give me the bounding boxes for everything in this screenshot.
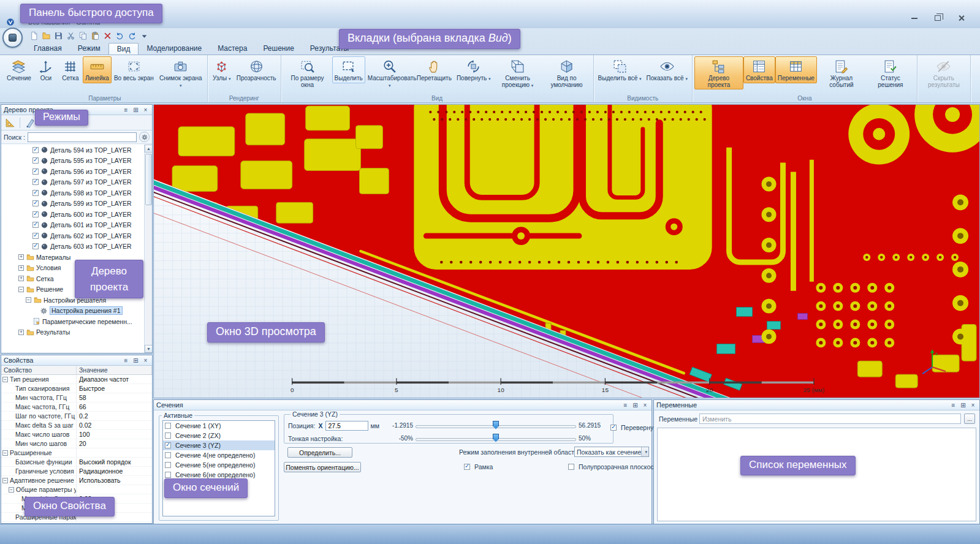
tree-item[interactable]: Деталь 601 из TOP_LAYER	[1, 220, 144, 231]
visibility-checkbox[interactable]	[32, 233, 39, 239]
customize-dropdown-button[interactable]	[139, 30, 150, 41]
default-view-button[interactable]: Вид по умолчанию	[542, 56, 591, 89]
change-projection-button[interactable]: Сменить проекцию ▾	[493, 56, 542, 90]
property-row[interactable]: −Общие параметры у...	[1, 485, 152, 494]
nodes-button[interactable]: Узлы ▾	[210, 56, 234, 84]
search-settings-button[interactable]	[139, 132, 150, 142]
event-log-button[interactable]: Журнал событий	[817, 56, 866, 89]
ruler-button[interactable]: Линейка	[83, 56, 112, 83]
visibility-checkbox[interactable]	[32, 200, 39, 206]
tree-item[interactable]: Деталь 598 из TOP_LAYER	[1, 187, 144, 198]
tree-item[interactable]: +Результаты	[1, 327, 144, 338]
scroll-up-icon[interactable]: ▲	[145, 145, 152, 153]
open-file-button[interactable]	[40, 30, 51, 41]
expander-icon[interactable]: −	[26, 297, 31, 303]
property-row[interactable]: Тип сканированияБыстрое	[1, 384, 152, 393]
expander-icon[interactable]: −	[9, 487, 14, 493]
new-file-button[interactable]	[28, 30, 39, 41]
section-checkbox[interactable]	[165, 472, 171, 478]
variables-button[interactable]: Переменные	[775, 56, 817, 83]
property-row[interactable]: −Адаптивное решениеИспользовать	[1, 476, 152, 485]
frame-checkbox[interactable]: Рамка	[464, 463, 493, 470]
panel-float-icon[interactable]: ⊞	[132, 107, 140, 113]
visibility-checkbox[interactable]	[32, 179, 39, 185]
property-row[interactable]: Мин число шагов20	[1, 439, 152, 448]
grid-button[interactable]: Сетка	[58, 56, 83, 83]
tree-item[interactable]: Деталь 600 из TOP_LAYER	[1, 209, 144, 220]
position-slider-thumb[interactable]	[493, 421, 499, 429]
section-checkbox[interactable]	[165, 433, 171, 439]
fit-window-button[interactable]: По размеру окна	[283, 56, 332, 89]
section-button[interactable]: Сечение	[4, 56, 34, 83]
search-input[interactable]	[28, 132, 137, 142]
select-all-button[interactable]: Выделить всё ▾	[596, 56, 644, 84]
application-menu-button[interactable]	[2, 28, 23, 48]
panel-close-icon[interactable]: ×	[641, 402, 649, 409]
restore-button[interactable]	[927, 11, 948, 25]
change-orientation-button[interactable]: Поменять ориентацию...	[284, 462, 361, 472]
expander-icon[interactable]: +	[18, 330, 24, 335]
panel-menu-icon[interactable]: ≡	[122, 357, 130, 364]
pan-button[interactable]: Перетащить	[414, 56, 454, 83]
cut-button[interactable]	[65, 30, 76, 41]
visibility-checkbox[interactable]	[32, 168, 39, 175]
show-all-button[interactable]: Показать всё ▾	[644, 56, 690, 84]
transparency-button[interactable]: Прозрачность	[234, 56, 279, 83]
panel-float-icon[interactable]: ⊞	[959, 402, 967, 409]
visibility-checkbox[interactable]	[32, 243, 39, 249]
expander-icon[interactable]: +	[18, 276, 24, 281]
position-input[interactable]	[325, 421, 368, 431]
undo-button[interactable]	[114, 30, 125, 41]
panel-close-icon[interactable]: ×	[142, 107, 150, 113]
select-button[interactable]: Выделить	[332, 56, 365, 83]
fine-tune-slider-thumb[interactable]	[493, 434, 499, 442]
translucent-checkbox[interactable]: Полупрозрачная плоскость	[568, 463, 660, 470]
section-checkbox[interactable]	[165, 423, 171, 429]
tab-Главная[interactable]: Главная	[26, 43, 70, 55]
expander-icon[interactable]: +	[18, 265, 24, 271]
properties-button[interactable]: Свойства	[743, 56, 775, 83]
visibility-checkbox[interactable]	[32, 147, 39, 153]
visibility-checkbox[interactable]	[32, 222, 39, 228]
zoom-button[interactable]: Масштабировать ▾	[365, 56, 414, 90]
expander-icon[interactable]: −	[18, 287, 24, 292]
minimize-button[interactable]	[904, 11, 925, 25]
tree-item[interactable]: Деталь 602 из TOP_LAYER	[1, 230, 144, 241]
visibility-checkbox[interactable]	[32, 211, 39, 217]
panel-menu-icon[interactable]: ≡	[621, 402, 629, 409]
visibility-checkbox[interactable]	[32, 157, 39, 164]
property-row[interactable]: −Расширенные	[1, 448, 152, 458]
fullscreen-button[interactable]: Во весь экран	[112, 56, 156, 83]
screenshot-button[interactable]: Снимок экрана ▾	[156, 56, 205, 90]
tree-item[interactable]: Деталь 596 из TOP_LAYER	[1, 166, 144, 177]
tab-Моделирование[interactable]: Моделирование	[139, 43, 210, 55]
property-row[interactable]: Шаг по частоте, ГГц0.2	[1, 412, 152, 421]
section-item[interactable]: Сечение 4(не определено)	[163, 450, 275, 460]
redo-button[interactable]	[126, 30, 137, 41]
rotate-button[interactable]: Повернуть ▾	[454, 56, 493, 84]
variables-edit-combo[interactable]: Изменить	[699, 414, 961, 424]
tree-item[interactable]: Деталь 595 из TOP_LAYER	[1, 156, 144, 167]
save-file-button[interactable]	[53, 30, 64, 41]
section-checkbox[interactable]	[165, 452, 171, 458]
panel-close-icon[interactable]: ×	[142, 357, 150, 364]
scroll-down-icon[interactable]: ▼	[145, 345, 152, 353]
tree-item[interactable]: Деталь 603 из TOP_LAYER	[1, 241, 144, 252]
define-button[interactable]: Определить...	[287, 447, 352, 458]
tab-Мастера[interactable]: Мастера	[210, 43, 255, 55]
copy-button[interactable]	[77, 30, 88, 41]
property-row[interactable]: Базисные функцииВысокий порядок	[1, 458, 152, 467]
tab-Режим[interactable]: Режим	[70, 43, 108, 55]
tree-item[interactable]: Деталь 599 из TOP_LAYER	[1, 198, 144, 210]
scroll-thumb[interactable]	[145, 154, 152, 205]
fill-mode-dropdown[interactable]: Показать как сечение ▾	[574, 447, 649, 457]
tree-item[interactable]: Деталь 597 из TOP_LAYER	[1, 177, 144, 188]
visibility-checkbox[interactable]	[32, 190, 39, 196]
expander-icon[interactable]: −	[2, 478, 8, 483]
axes-button[interactable]: Оси	[34, 56, 58, 83]
tree-scrollbar[interactable]: ▲ ▼	[144, 145, 152, 353]
close-button[interactable]	[951, 11, 971, 25]
project-tree-button[interactable]: Дерево проекта	[694, 56, 743, 89]
tree-item[interactable]: Деталь 594 из TOP_LAYER	[1, 145, 144, 156]
fine-tune-slider[interactable]	[416, 434, 576, 444]
